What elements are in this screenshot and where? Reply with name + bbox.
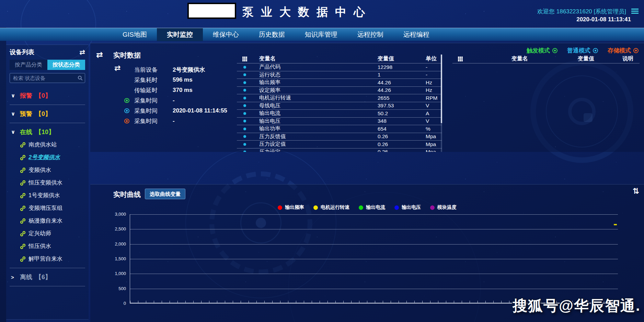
tree-item[interactable]: 变频增压泵组 bbox=[20, 204, 85, 213]
table-row[interactable]: 压力设定值0.26Mpa bbox=[237, 141, 442, 148]
tree-item[interactable]: 定兴幼师 bbox=[20, 229, 85, 238]
legend-dot bbox=[394, 205, 399, 210]
tree-item[interactable]: 2号变频供水 bbox=[20, 153, 85, 162]
info-value: 370 ms bbox=[173, 87, 227, 94]
table-row[interactable]: 输出频率44.26Hz bbox=[237, 79, 442, 87]
sidebar-tabs: 按产品分类 按状态分类 bbox=[10, 60, 85, 70]
nav-tab[interactable]: 维保中心 bbox=[203, 28, 249, 41]
panel-swap-icon[interactable]: ⇄ bbox=[96, 50, 103, 60]
table-row[interactable]: 设定频率44.26Hz bbox=[237, 87, 442, 95]
link-icon bbox=[20, 218, 26, 224]
device-swap-icon[interactable]: ⇄ bbox=[114, 64, 120, 73]
tree-item[interactable]: 恒压供水 bbox=[20, 242, 85, 251]
collapse-sidebar-icon[interactable]: ⇄ bbox=[79, 48, 85, 56]
info-label: 当前设备 bbox=[134, 66, 173, 74]
mode-toggle[interactable]: 普通模式 bbox=[567, 47, 598, 55]
tree-group[interactable]: ∨在线【10】 bbox=[11, 128, 85, 136]
table-row[interactable]: 输出电流50.2A bbox=[237, 110, 442, 118]
divider bbox=[10, 286, 85, 286]
scrollbar-thumb[interactable] bbox=[441, 55, 442, 123]
legend-item[interactable]: 电机运行转速 bbox=[313, 204, 349, 211]
nav-tab[interactable]: 实时监控 bbox=[157, 28, 203, 41]
status-ring-icon bbox=[124, 108, 129, 113]
tree-item[interactable]: 南虎供水站 bbox=[20, 140, 85, 149]
link-icon bbox=[20, 167, 26, 173]
info-row: 传输延时370 ms bbox=[124, 85, 227, 95]
link-icon bbox=[20, 256, 26, 262]
column-header: 变量值 bbox=[571, 55, 616, 62]
legend-item[interactable]: 输出频率 bbox=[278, 204, 304, 211]
table-row[interactable]: 输出电压348V bbox=[237, 118, 442, 126]
realtime-curve-title: 实时曲线 bbox=[113, 190, 141, 199]
divider bbox=[10, 268, 85, 268]
search-icon[interactable] bbox=[78, 75, 83, 82]
nav-tab[interactable]: 历史数据 bbox=[249, 28, 295, 41]
menu-icon[interactable] bbox=[631, 9, 639, 14]
table-cell: Mpa bbox=[419, 149, 442, 152]
variable-table-right: 变量名变量值说明 bbox=[452, 55, 640, 63]
device-label: 解甲营自来水 bbox=[28, 255, 62, 263]
table-row[interactable]: 运行状态1- bbox=[237, 71, 442, 79]
link-icon bbox=[20, 142, 26, 148]
table-cell: V bbox=[419, 118, 442, 124]
mode-toggle[interactable]: 触发模式 bbox=[527, 47, 557, 55]
tree-item[interactable]: 解甲营自来水 bbox=[20, 254, 85, 263]
table-cell: 50.2 bbox=[371, 110, 419, 117]
mode-ring-icon bbox=[552, 48, 557, 53]
legend-item[interactable]: 输出电压 bbox=[394, 204, 421, 211]
link-icon bbox=[20, 155, 26, 160]
tree-item[interactable]: 变频供水 bbox=[20, 166, 85, 175]
nav-tab[interactable]: GIS地图 bbox=[113, 28, 157, 41]
y-axis-label: 1,000 bbox=[105, 271, 126, 276]
tree-item[interactable]: 杨漫撒自来水 bbox=[20, 216, 85, 225]
search-input[interactable] bbox=[10, 73, 85, 83]
nav-tab[interactable]: 知识库管理 bbox=[295, 28, 347, 41]
target-icon bbox=[237, 104, 253, 107]
data-point bbox=[614, 224, 617, 225]
tab-by-product[interactable]: 按产品分类 bbox=[10, 60, 47, 70]
tree-group[interactable]: ∨报警【0】 bbox=[11, 91, 85, 100]
table-row[interactable]: 输出功率654% bbox=[237, 125, 442, 133]
legend-item[interactable]: 输出电流 bbox=[359, 204, 385, 211]
tree-group[interactable]: ∨预警【0】 bbox=[11, 109, 85, 118]
table-cell: 44.26 bbox=[371, 80, 419, 86]
table-cell: 输出功率 bbox=[253, 125, 371, 132]
info-row: 当前设备2号变频供水 bbox=[124, 64, 227, 75]
app-title: 泵业大数据中心 bbox=[242, 4, 372, 20]
legend-item[interactable]: 模块温度 bbox=[430, 204, 457, 211]
table-row[interactable]: 产品代码12298- bbox=[237, 63, 442, 71]
table-row[interactable]: 压力反馈值0.26Mpa bbox=[237, 133, 442, 141]
table-cell: Hz bbox=[419, 87, 442, 93]
nav-tab[interactable]: 远程控制 bbox=[347, 28, 393, 41]
table-row[interactable]: 母线电压397.53V bbox=[237, 102, 442, 110]
legend-label: 模块温度 bbox=[437, 204, 457, 211]
table-row[interactable]: 电机运行转速2655RPM bbox=[237, 94, 442, 102]
group-label: 报警 bbox=[20, 92, 32, 100]
table-cell: 0.26 bbox=[371, 141, 419, 147]
select-curve-variables-button[interactable]: 选取曲线变量 bbox=[145, 189, 185, 199]
mode-toggle[interactable]: 存储模式 bbox=[608, 47, 639, 55]
mode-label: 触发模式 bbox=[527, 47, 550, 55]
mode-ring-icon bbox=[633, 48, 639, 53]
tree-item[interactable]: 恒压变频供水 bbox=[20, 178, 85, 187]
tree-group[interactable]: >离线【6】 bbox=[11, 273, 85, 282]
table-cell: 0.26 bbox=[371, 149, 419, 152]
legend-label: 输出电流 bbox=[366, 204, 385, 211]
table-cell: 产品代码 bbox=[253, 63, 371, 71]
info-value: 596 ms bbox=[173, 76, 227, 83]
nav-tab[interactable]: 远程编程 bbox=[393, 28, 439, 41]
nav-tabs: GIS地图实时监控维保中心历史数据知识库管理远程控制远程编程 bbox=[113, 28, 439, 41]
chevron-down-icon: ∨ bbox=[11, 93, 20, 99]
tree-item[interactable]: 1号变频供水 bbox=[20, 191, 85, 200]
group-label: 离线 bbox=[20, 273, 32, 281]
device-label: 恒压变频供水 bbox=[28, 179, 62, 187]
table-cell: Mpa bbox=[419, 133, 442, 140]
table-cell: 压力设定值 bbox=[253, 141, 371, 148]
y-axis-label: 0 bbox=[105, 301, 126, 306]
status-dot-cell bbox=[124, 119, 134, 123]
device-label: 恒压供水 bbox=[28, 242, 51, 250]
sort-updown-icon[interactable]: ⇅ bbox=[633, 187, 639, 196]
table-row[interactable]: 压力设定0.26Mpa bbox=[237, 148, 442, 152]
tab-by-status[interactable]: 按状态分类 bbox=[47, 60, 85, 70]
table-cell: % bbox=[419, 126, 442, 132]
